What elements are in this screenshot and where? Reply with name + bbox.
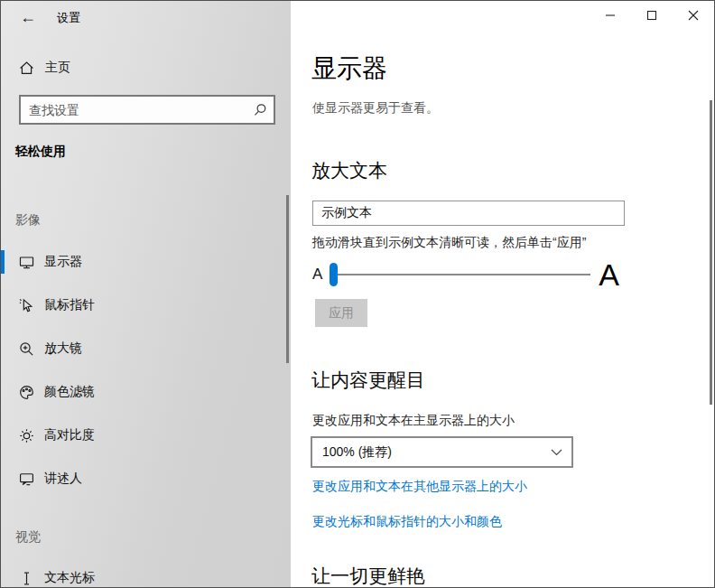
section-header-make-everything-brighter: 让一切更鲜艳 [311,564,425,588]
palette-icon [19,385,34,400]
section-label-vision: 影像 [15,212,41,229]
scale-dropdown-label: 更改应用和文本在主显示器上的大小 [312,413,515,429]
sun-icon [19,428,34,443]
monitor-icon [19,255,34,270]
slider-instruction: 拖动滑块直到示例文本清晰可读，然后单击“应用” [312,235,586,251]
narrator-icon [19,471,34,487]
sidebar-item-home[interactable]: 主页 [1,53,291,82]
search-input[interactable] [21,103,246,117]
section-header-make-everything-bigger: 让内容更醒目 [311,368,425,393]
magnifier-icon [19,341,34,357]
text-cursor-icon [19,571,34,586]
sidebar-item-label: 放大镜 [44,341,82,357]
sidebar-item-label: 高对比度 [44,427,95,443]
sample-text-box [312,201,625,226]
back-icon[interactable]: ← [15,6,41,28]
apply-button[interactable]: 应用 [315,299,367,327]
sidebar-item-label: 讲述人 [44,471,82,487]
scale-dropdown-value: 100% (推荐) [312,444,541,461]
slider-track[interactable] [332,274,590,275]
sidebar: ← 设置 主页 轻松使用 影像 显示器 [1,1,291,588]
section-label-visual: 视觉 [15,529,41,546]
scale-dropdown[interactable]: 100% (推荐) [311,436,573,468]
slider-thumb[interactable] [330,263,338,286]
category-header: 轻松使用 [15,144,66,160]
chevron-down-icon [541,449,571,456]
sidebar-item-label: 文本光标 [44,570,95,586]
home-icon [19,61,34,76]
sample-text-value [313,201,624,225]
main-scrollbar[interactable] [710,100,712,405]
minimize-button[interactable] [590,1,631,30]
text-size-slider: A A [312,259,619,290]
maximize-button[interactable] [631,1,673,30]
sidebar-item-magnifier[interactable]: 放大镜 [1,331,291,367]
sidebar-item-mouse-pointer[interactable]: 鼠标指针 [1,287,291,323]
link-other-displays[interactable]: 更改应用和文本在其他显示器上的大小 [312,479,527,495]
mouse-pointer-icon [19,298,34,313]
sidebar-item-color-filters[interactable]: 颜色滤镜 [1,374,291,410]
section-header-make-text-bigger: 放大文本 [311,158,387,183]
main-content: 显示器 使显示器更易于查看。 放大文本 拖动滑块直到示例文本清晰可读，然后单击“… [291,1,715,588]
link-cursor-pointer[interactable]: 更改光标和鼠标指针的大小和颜色 [312,514,502,530]
sidebar-item-text-cursor[interactable]: 文本光标 [1,560,291,588]
sidebar-item-label: 鼠标指针 [44,297,95,313]
settings-window: ← 设置 主页 轻松使用 影像 显示器 [0,0,715,588]
sidebar-item-narrator[interactable]: 讲述人 [1,461,291,497]
page-title: 显示器 [311,51,387,86]
slider-max-label: A [599,259,619,290]
window-controls [590,1,714,30]
search-box [19,95,275,125]
selected-accent-bar [1,250,5,274]
sidebar-item-high-contrast[interactable]: 高对比度 [1,417,291,453]
search-icon[interactable] [246,103,274,117]
page-subtitle: 使显示器更易于查看。 [312,100,439,117]
app-title: 设置 [57,10,80,26]
slider-min-label: A [312,266,322,284]
sidebar-item-label: 颜色滤镜 [44,384,95,400]
sidebar-scrollbar[interactable] [286,195,289,363]
close-button[interactable] [673,1,714,30]
sidebar-item-display[interactable]: 显示器 [1,244,291,280]
sidebar-item-label: 主页 [45,60,70,76]
sidebar-item-label: 显示器 [44,254,82,270]
